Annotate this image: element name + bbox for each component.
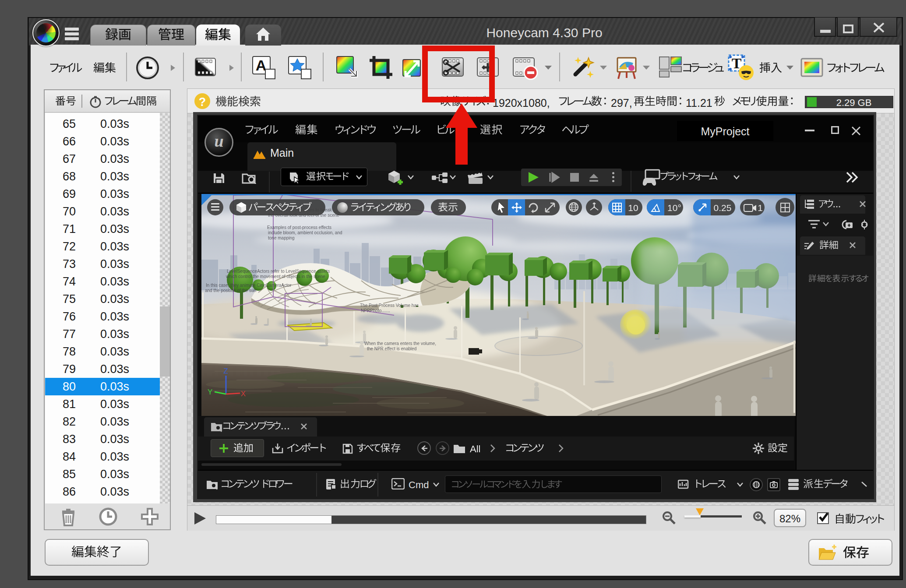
svg-text:include bloom, ambient occlusi: include bloom, ambient occlusion, and xyxy=(268,230,342,235)
svg-text:Examples of post-process effec: Examples of post-process effects xyxy=(267,225,331,230)
svg-text:X: X xyxy=(241,390,246,398)
svg-text:When the camera enters the vol: When the camera enters the volume, xyxy=(364,341,436,346)
svg-text:A: A xyxy=(256,57,267,74)
svg-text:The Post Process Volume has: The Post Process Volume has xyxy=(360,303,419,308)
svg-text:Y: Y xyxy=(208,388,212,396)
svg-text:and the position of the sun: and the position of the sun xyxy=(205,288,256,293)
svg-text:NPRPhoto.......: NPRPhoto....... xyxy=(361,308,390,313)
svg-text:the NPR effect is enabled: the NPR effect is enabled xyxy=(367,346,416,351)
svg-text:In this case, they animate Cin: In this case, they animate CineCameraAct… xyxy=(206,283,292,288)
svg-text:tone mapping: tone mapping xyxy=(268,236,295,240)
svg-text:LevelSequenceActors refer to L: LevelSequenceActors refer to LevelSequen… xyxy=(227,269,330,274)
svg-text:Z: Z xyxy=(223,367,228,375)
svg-text:which control the movement of: which control the movement of objects in… xyxy=(226,274,325,279)
